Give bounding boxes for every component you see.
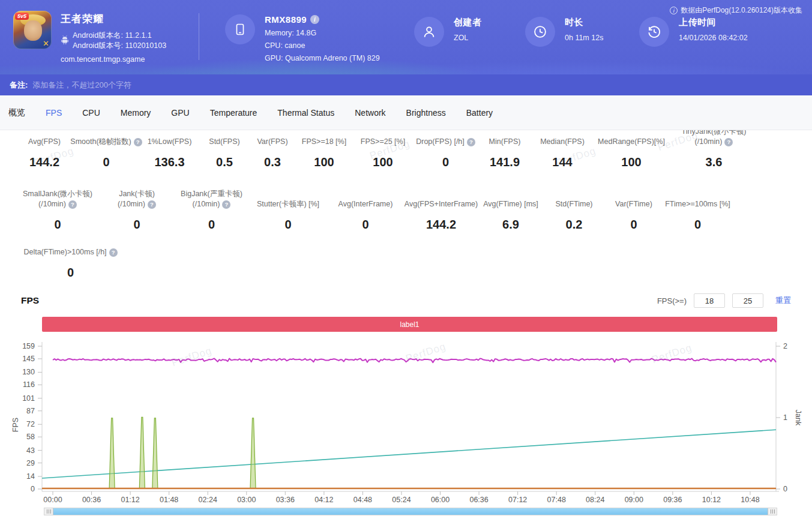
help-icon[interactable]: ? <box>724 138 733 146</box>
x-tick-label: 01:12 <box>121 496 139 504</box>
chart-label-band: label1 <box>42 317 777 332</box>
phone-icon <box>225 14 255 44</box>
collect-version-note: i 数据由PerfDog(12.0.260124)版本收集 <box>670 5 802 16</box>
x-tick-label: 08:24 <box>586 496 604 504</box>
stat-value: 0 <box>362 217 368 232</box>
x-tick-label: 04:48 <box>353 496 372 504</box>
stat-label-line: FPS>=25 [%] <box>361 137 405 147</box>
stat-cell: Stutter(卡顿率) [%]0 <box>250 188 326 232</box>
stat-label-line: MedRange(FPS)[%] <box>598 137 665 147</box>
tab-fps[interactable]: FPS <box>46 108 62 118</box>
device-gpu: GPU: Qualcomm Adreno (TM) 829 <box>265 54 380 62</box>
stat-label-line: (/10min)? <box>695 137 733 147</box>
device-info-icon[interactable]: i <box>310 15 319 24</box>
stat-value: 0 <box>133 217 140 232</box>
note-label: 备注: <box>10 80 28 91</box>
stat-label: Drop(FPS) [/h]? <box>416 130 475 147</box>
stats-row-2: SmallJank(微小卡顿)(/10min)?0Jank(卡顿)(/10min… <box>0 188 812 232</box>
note-bar: 备注: 添加备注，不超过200个字符 <box>0 74 812 95</box>
stat-cell: Avg(InterFrame)0 <box>326 188 404 232</box>
stat-cell: BigJank(严重卡顿)(/10min)?0 <box>173 188 250 232</box>
stat-cell: Avg(FTime) [ms]6.9 <box>478 188 544 232</box>
stat-value: 0.5 <box>216 154 233 170</box>
stat-cell: Drop(FPS) [/h]?0 <box>414 130 477 170</box>
info-icon[interactable]: i <box>670 7 678 14</box>
left-tick-label: 29 <box>26 459 35 467</box>
stat-value: 0 <box>630 217 637 232</box>
stat-label: Avg(InterFrame) <box>338 188 393 209</box>
left-tick-label: 130 <box>22 368 35 376</box>
x-tick-label: 05:24 <box>392 496 411 504</box>
tab-temperature[interactable]: Temperature <box>210 108 257 118</box>
x-tick-label: 06:00 <box>431 496 450 504</box>
stat-cell: Delta(FTime)>100ms [/h]?0 <box>15 247 126 280</box>
stat-label: SmallJank(微小卡顿)(/10min)? <box>23 188 92 209</box>
jank-spike <box>250 418 256 488</box>
stat-cell: SmallJank(微小卡顿)(/10min)?0 <box>15 188 100 232</box>
x-tick-label: 00:36 <box>82 496 101 504</box>
stat-cell: Std(FPS)0.5 <box>200 130 248 170</box>
scrollbar-right-handle[interactable] <box>768 508 777 515</box>
stat-label: BigJank(严重卡顿)(/10min)? <box>181 188 242 209</box>
help-icon[interactable]: ? <box>109 248 118 257</box>
stat-value: 136.3 <box>154 154 184 170</box>
stat-cell: TinyJank(微小卡顿)(/10min)?3.6 <box>670 130 757 170</box>
stat-cell: Jank(卡顿)(/10min)?0 <box>100 188 173 232</box>
stat-value: 100 <box>621 154 641 170</box>
fps-threshold-input-2[interactable] <box>732 293 763 308</box>
x-tick-label: 10:48 <box>741 496 759 504</box>
device-info-block: RMX8899 i Memory: 14.8G CPU: canoe GPU: … <box>225 14 380 62</box>
stat-label: Smooth(稳帧指数)? <box>70 130 142 147</box>
help-icon[interactable]: ? <box>467 138 475 146</box>
jank-spike <box>152 418 158 488</box>
help-icon[interactable]: ? <box>222 200 230 209</box>
help-icon[interactable]: ? <box>68 200 77 209</box>
tab-brightness[interactable]: Brightness <box>406 108 446 118</box>
stat-value: 0 <box>103 154 109 170</box>
stat-label-line: Drop(FPS) [/h]? <box>416 137 475 147</box>
help-icon[interactable]: ? <box>148 200 156 209</box>
tab-概览[interactable]: 概览 <box>8 107 25 118</box>
stat-label-line: 1%Low(FPS) <box>148 137 192 147</box>
reset-button[interactable]: 重置 <box>775 295 791 306</box>
stat-label-line: (/10min)? <box>38 199 77 209</box>
note-input[interactable]: 添加备注，不超过200个字符 <box>32 80 131 91</box>
tab-memory[interactable]: Memory <box>121 108 151 118</box>
chart-horizontal-scrollbar <box>44 508 777 515</box>
scrollbar-thumb[interactable] <box>53 508 768 515</box>
stat-label-line: FPS>=18 [%] <box>302 137 346 147</box>
stat-label: FPS>=18 [%] <box>302 130 346 147</box>
trend-line <box>42 430 776 478</box>
left-tick-label: 14 <box>26 472 35 481</box>
stat-label: Avg(FPS) <box>28 130 61 147</box>
tab-gpu[interactable]: GPU <box>171 108 189 118</box>
android-version-name: Android版本名: 11.2.1.1 <box>73 31 166 41</box>
tab-battery[interactable]: Battery <box>466 108 493 118</box>
stat-cell: FPS>=25 [%]100 <box>352 130 414 170</box>
x-tick-label: 02:24 <box>199 496 217 504</box>
stat-label-line: Delta(FTime)>100ms [/h]? <box>23 247 117 257</box>
stat-label: Var(FPS) <box>257 130 287 147</box>
left-tick-label: 116 <box>23 380 35 389</box>
device-memory: Memory: 14.8G <box>265 29 380 37</box>
fps-threshold-label: FPS(>=) <box>657 296 687 305</box>
app-package-name: com.tencent.tmgp.sgame <box>61 55 166 64</box>
tab-network[interactable]: Network <box>355 108 385 118</box>
stat-cell: Avg(FPS+InterFrame)144.2 <box>404 188 478 232</box>
fps-threshold-input-1[interactable] <box>694 293 725 308</box>
stat-label: TinyJank(微小卡顿)(/10min)? <box>682 130 747 147</box>
game-icon-art <box>24 20 42 41</box>
tab-thermal-status[interactable]: Thermal Status <box>277 108 334 118</box>
stat-label-line: Smooth(稳帧指数)? <box>70 137 142 147</box>
stat-cell: Median(FPS)144 <box>532 130 592 170</box>
device-cpu: CPU: canoe <box>265 41 380 50</box>
metric-tabbar: 概览FPSCPUMemoryGPUTemperatureThermal Stat… <box>0 95 812 130</box>
tab-cpu[interactable]: CPU <box>82 108 100 118</box>
left-tick-label: 145 <box>22 355 35 363</box>
left-tick-label: 43 <box>26 446 35 455</box>
history-clock-icon <box>639 17 669 47</box>
upload-time-label: 上传时间 <box>679 17 748 28</box>
scrollbar-left-handle[interactable] <box>44 508 53 515</box>
stat-label-line: Avg(FTime) [ms] <box>483 199 538 209</box>
stat-label: Var(FTime) <box>615 188 652 209</box>
